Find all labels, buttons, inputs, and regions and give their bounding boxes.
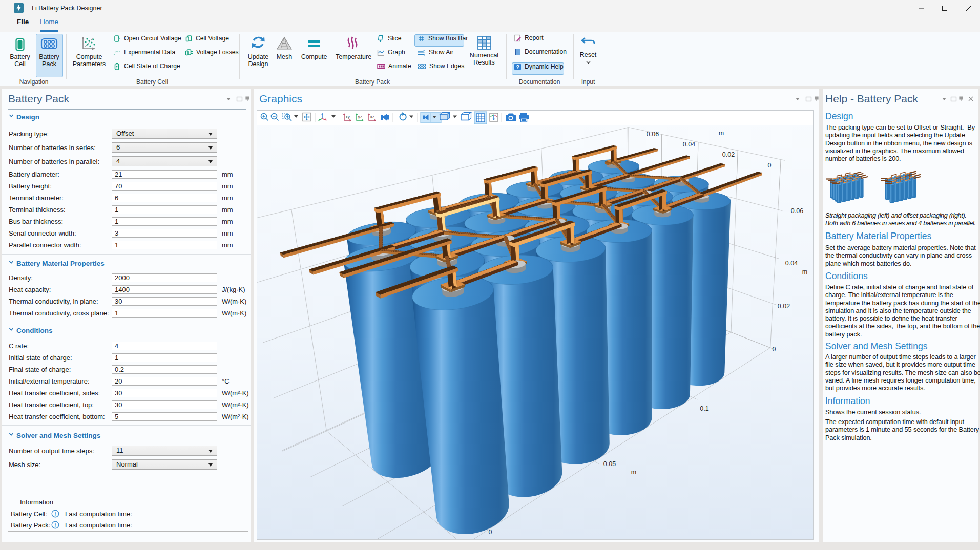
- svg-text:m: m: [802, 268, 807, 276]
- svg-text:m: m: [631, 469, 636, 476]
- svg-text:?: ?: [516, 64, 519, 70]
- svg-text:0.04: 0.04: [683, 141, 695, 148]
- svg-text:0.02: 0.02: [778, 303, 790, 310]
- svg-text:m: m: [719, 130, 724, 137]
- svg-text:0.06: 0.06: [791, 207, 803, 215]
- svg-text:0.04: 0.04: [785, 260, 798, 267]
- svg-text:0: 0: [489, 528, 492, 536]
- svg-text:xz: xz: [370, 114, 375, 119]
- svg-text:0: 0: [773, 346, 776, 353]
- svg-text:0: 0: [768, 162, 772, 169]
- svg-text:i: i: [55, 511, 56, 517]
- svg-text:0.1: 0.1: [700, 405, 708, 412]
- svg-text:i: i: [55, 522, 56, 528]
- svg-text:0.06: 0.06: [647, 131, 659, 138]
- svg-text:yz: yz: [358, 114, 363, 119]
- svg-text:0.02: 0.02: [722, 151, 735, 158]
- svg-text:xy: xy: [346, 114, 350, 119]
- svg-text:0.05: 0.05: [603, 460, 616, 468]
